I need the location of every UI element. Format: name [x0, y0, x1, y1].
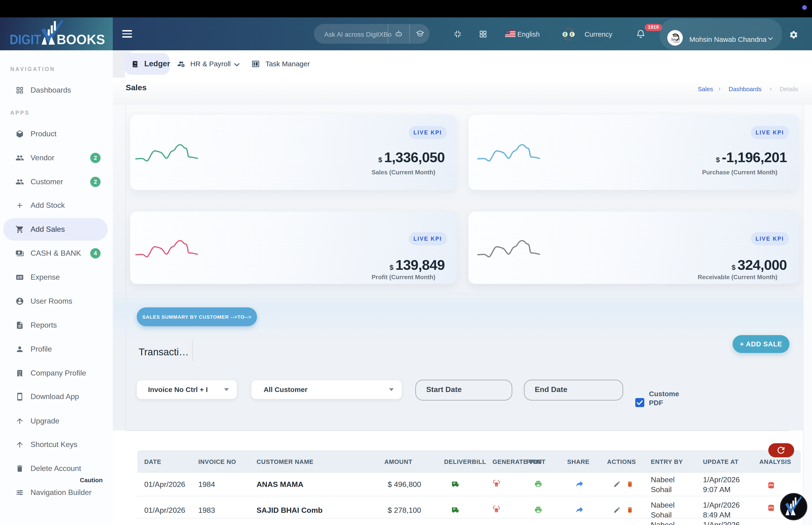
svg-text:€: €: [571, 32, 573, 37]
svg-text:DIGIT: DIGIT: [10, 32, 41, 47]
svg-text:$: $: [564, 32, 566, 37]
svg-text:Fashion: Fashion: [673, 41, 680, 43]
svg-text:NA: NA: [673, 34, 678, 38]
svg-text:$: $: [17, 276, 19, 279]
svg-text:BOOKS: BOOKS: [57, 32, 105, 47]
